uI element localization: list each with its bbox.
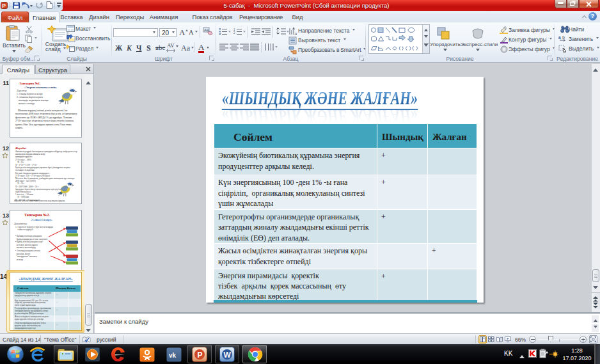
svg-text:W: W xyxy=(224,350,232,359)
svg-text:2: 2 xyxy=(233,31,235,35)
svg-text:P: P xyxy=(2,3,6,9)
svg-text:A: A xyxy=(294,31,297,35)
svg-text:Aa: Aa xyxy=(204,28,209,32)
svg-text:P: P xyxy=(198,350,203,359)
svg-text:a: a xyxy=(558,35,561,40)
svg-text:b: b xyxy=(562,35,565,40)
svg-text:vk: vk xyxy=(169,352,177,359)
